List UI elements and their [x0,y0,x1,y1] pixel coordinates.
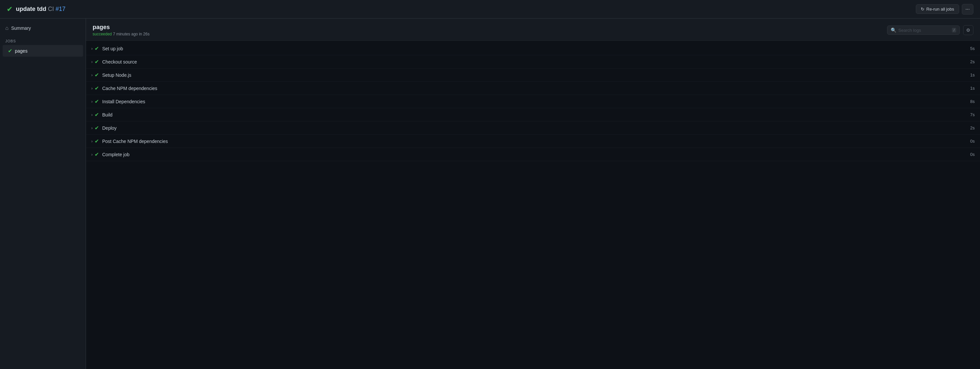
step-name: Deploy [102,125,967,131]
rerun-label: Re-run all jobs [926,6,954,11]
step-success-icon: ✔ [95,45,99,52]
job-time-ago: 7 minutes ago [113,32,138,37]
step-row[interactable]: › ✔ Complete job 0s [86,148,980,161]
step-expand-button[interactable]: › [91,59,95,64]
job-header: pages succeeded 7 minutes ago in 26s 🔍 /… [86,19,980,41]
content-area: pages succeeded 7 minutes ago in 26s 🔍 /… [86,19,980,369]
top-header: ✔ update tdd CI #17 ↻ Re-run all jobs ··… [0,0,980,19]
main-layout: ⌂ Summary Jobs ✔ pages pages succeeded 7… [0,19,980,369]
step-expand-button[interactable]: › [91,86,95,91]
step-row[interactable]: › ✔ Post Cache NPM dependencies 0s [86,135,980,148]
step-success-icon: ✔ [95,85,99,91]
step-expand-button[interactable]: › [91,152,95,157]
step-name: Cache NPM dependencies [102,86,967,91]
search-shortcut-badge: / [952,28,956,32]
sidebar-summary-item[interactable]: ⌂ Summary [0,22,86,34]
search-icon: 🔍 [891,27,896,33]
step-row[interactable]: › ✔ Set up job 5s [86,42,980,55]
step-duration: 8s [970,99,975,104]
step-duration: 2s [970,125,975,130]
step-name: Build [102,112,967,118]
rerun-icon: ↻ [921,6,924,11]
job-meta: succeeded 7 minutes ago in 26s [92,32,150,37]
step-name: Complete job [102,152,967,157]
step-duration: 2s [970,59,975,64]
job-success-icon: ✔ [8,48,12,54]
more-options-button[interactable]: ··· [962,4,974,14]
header-left: ✔ update tdd CI #17 [6,5,65,14]
job-status-text: succeeded [92,32,112,37]
step-name: Set up job [102,46,967,51]
sidebar: ⌂ Summary Jobs ✔ pages [0,19,86,369]
job-header-actions: 🔍 / ⚙ [887,25,974,35]
workflow-ci-label: CI [48,6,54,12]
step-row[interactable]: › ✔ Checkout source 2s [86,55,980,69]
step-row[interactable]: › ✔ Install Dependencies 8s [86,95,980,108]
step-name: Install Dependencies [102,99,967,104]
step-duration: 7s [970,112,975,117]
step-expand-button[interactable]: › [91,126,95,130]
sidebar-job-label: pages [15,48,27,54]
step-expand-button[interactable]: › [91,73,95,77]
job-name: pages [92,24,150,31]
step-expand-button[interactable]: › [91,112,95,117]
workflow-title: update tdd CI #17 [16,6,65,13]
step-expand-button[interactable]: › [91,99,95,104]
step-success-icon: ✔ [95,138,99,144]
workflow-name: update tdd [16,6,46,12]
home-icon: ⌂ [5,25,9,31]
step-row[interactable]: › ✔ Build 7s [86,108,980,121]
workflow-run-number: #17 [56,6,65,12]
more-icon: ··· [966,6,970,12]
settings-icon: ⚙ [966,27,970,33]
step-row[interactable]: › ✔ Setup Node.js 1s [86,69,980,82]
rerun-all-jobs-button[interactable]: ↻ Re-run all jobs [916,4,959,14]
step-duration: 1s [970,72,975,77]
step-expand-button[interactable]: › [91,139,95,144]
search-box[interactable]: 🔍 / [887,26,960,35]
step-duration: 0s [970,139,975,144]
step-success-icon: ✔ [95,72,99,78]
log-settings-button[interactable]: ⚙ [963,25,974,35]
step-row[interactable]: › ✔ Deploy 2s [86,121,980,135]
job-header-info: pages succeeded 7 minutes ago in 26s [92,24,150,37]
step-name: Setup Node.js [102,72,967,78]
jobs-section-label: Jobs [0,34,86,45]
sidebar-job-pages[interactable]: ✔ pages [3,45,83,57]
step-name: Post Cache NPM dependencies [102,139,967,144]
summary-label: Summary [11,26,31,31]
step-success-icon: ✔ [95,112,99,118]
step-success-icon: ✔ [95,98,99,105]
steps-list: › ✔ Set up job 5s › ✔ Checkout source 2s… [86,41,980,369]
step-duration: 5s [970,46,975,51]
workflow-status-icon: ✔ [6,5,13,14]
step-name: Checkout source [102,59,967,64]
step-success-icon: ✔ [95,125,99,131]
step-success-icon: ✔ [95,151,99,158]
step-expand-button[interactable]: › [91,46,95,51]
step-duration: 0s [970,152,975,157]
step-success-icon: ✔ [95,59,99,65]
header-right: ↻ Re-run all jobs ··· [916,4,974,14]
search-logs-input[interactable] [898,28,950,33]
step-duration: 1s [970,86,975,91]
job-duration-label: in 26s [139,32,150,37]
step-row[interactable]: › ✔ Cache NPM dependencies 1s [86,82,980,95]
